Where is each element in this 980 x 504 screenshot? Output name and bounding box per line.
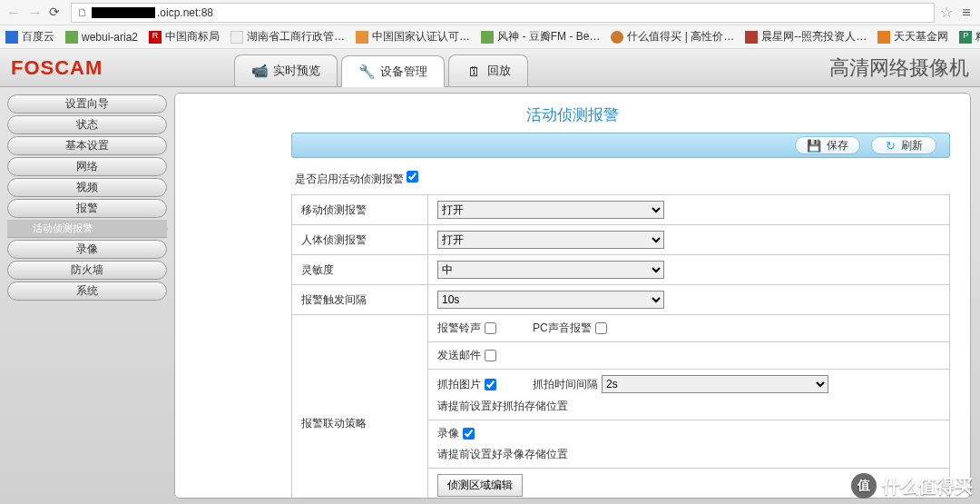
sidebar-item-status[interactable]: 状态 — [7, 115, 167, 134]
bookmark-star-icon[interactable]: ☆ — [940, 4, 953, 21]
main-tabs: 📹实时预览 🔧设备管理 🗓回放 — [234, 49, 532, 86]
bookmark-item[interactable]: 中国国家认证认可… — [356, 29, 470, 44]
bookmark-item[interactable]: 百度云 — [5, 29, 54, 44]
watermark-badge-icon: 值 — [851, 473, 877, 499]
watermark: 值 什么值得买 — [851, 473, 973, 499]
logo: FOSCAM — [11, 56, 103, 80]
bookmark-bar: 百度云 webui-aria2 R中国商标局 湖南省工商行政管… 中国国家认证认… — [0, 25, 980, 49]
email-option[interactable]: 发送邮件 — [437, 348, 940, 363]
sidebar-item-basic[interactable]: 基本设置 — [7, 136, 167, 155]
settings-table: 移动侦测报警 打开 人体侦测报警 打开 灵敏度 中 报警触发间隔 10s 报警联… — [291, 194, 950, 499]
content-panel: 活动侦测报警 💾保存 ↻刷新 是否启用活动侦测报警 移动侦测报警 打开 人体侦测… — [174, 93, 971, 499]
menu-icon[interactable]: ≡ — [958, 5, 975, 21]
sidebar-item-network[interactable]: 网络 — [7, 157, 167, 176]
linkage-label: 报警联动策略 — [292, 315, 428, 499]
url-text: .oicp.net:88 — [157, 6, 213, 19]
human-label: 人体侦测报警 — [292, 225, 428, 255]
ring-checkbox[interactable] — [485, 322, 496, 334]
sidebar-item-system[interactable]: 系统 — [7, 282, 167, 301]
sidebar-item-record[interactable]: 录像 — [7, 240, 167, 259]
forward-button[interactable]: → — [27, 5, 44, 21]
refresh-icon: ↻ — [886, 139, 896, 153]
region-edit-button[interactable]: 侦测区域编辑 — [437, 474, 523, 497]
sidebar-item-firewall[interactable]: 防火墙 — [7, 261, 167, 280]
enable-label: 是否启用活动侦测报警 — [295, 173, 404, 185]
snap-interval-select[interactable]: 2s — [602, 375, 828, 393]
bookmark-item[interactable]: 湖南省工商行政管… — [230, 29, 345, 44]
camera-icon: 📹 — [251, 63, 268, 79]
action-bar: 💾保存 ↻刷新 — [291, 133, 950, 158]
bookmark-item[interactable]: 风神 - 豆瓣FM - Be… — [481, 29, 600, 44]
pcsound-checkbox[interactable] — [595, 322, 607, 334]
snap-interval: 抓拍时间间隔 2s — [533, 375, 828, 393]
bookmark-item[interactable]: webui-aria2 — [65, 31, 138, 44]
form-area: 是否启用活动侦测报警 移动侦测报警 打开 人体侦测报警 打开 灵敏度 中 报警触… — [291, 163, 950, 499]
refresh-button[interactable]: ↻刷新 — [871, 136, 936, 154]
email-checkbox[interactable] — [485, 350, 496, 361]
record-option[interactable]: 录像 — [437, 426, 940, 441]
tab-playback[interactable]: 🗓回放 — [448, 54, 528, 86]
calendar-icon: 🗓 — [466, 63, 482, 79]
bookmark-item[interactable]: R中国商标局 — [149, 29, 220, 44]
interval-select[interactable]: 10s — [437, 291, 664, 309]
url-redacted — [92, 7, 155, 18]
tab-device-manage[interactable]: 🔧设备管理 — [341, 55, 445, 87]
bookmark-item[interactable]: 晨星网--照亮投资人… — [745, 29, 867, 44]
snap-checkbox[interactable] — [485, 379, 496, 390]
app-header: FOSCAM 📹实时预览 🔧设备管理 🗓回放 高清网络摄像机 — [0, 49, 980, 87]
reload-button[interactable]: ⟳ — [49, 5, 65, 21]
record-hint: 请提前设置好录像存储位置 — [437, 447, 940, 462]
enable-checkbox[interactable] — [407, 171, 418, 183]
bookmark-item[interactable]: P精品绿色便携软件 — [959, 29, 980, 44]
motion-select[interactable]: 打开 — [437, 201, 664, 219]
content-title: 活动侦测报警 — [175, 94, 970, 133]
watermark-text: 什么值得买 — [882, 474, 973, 499]
browser-toolbar: ← → ⟳ 🗋 .oicp.net:88 ☆ ≡ — [0, 0, 980, 25]
gear-icon: 🔧 — [358, 64, 375, 80]
snap-option[interactable]: 抓拍图片 — [437, 377, 496, 392]
header-title: 高清网络摄像机 — [829, 54, 969, 82]
sidebar-item-video[interactable]: 视频 — [7, 178, 167, 197]
enable-row: 是否启用活动侦测报警 — [291, 163, 950, 194]
snap-hint: 请提前设置好抓拍存储位置 — [437, 399, 940, 414]
sensitivity-select[interactable]: 中 — [437, 261, 664, 279]
url-bar[interactable]: 🗋 .oicp.net:88 — [71, 3, 935, 23]
motion-label: 移动侦测报警 — [292, 195, 428, 225]
bookmark-item[interactable]: 什么值得买 | 高性价… — [611, 29, 734, 44]
sensitivity-label: 灵敏度 — [292, 255, 428, 285]
main-area: 设置向导 状态 基本设置 网络 视频 报警 活动侦测报警 录像 防火墙 系统 活… — [0, 87, 980, 504]
tab-preview[interactable]: 📹实时预览 — [234, 54, 338, 86]
back-button[interactable]: ← — [5, 5, 22, 21]
ring-option[interactable]: 报警铃声 — [437, 321, 496, 336]
sidebar-item-alarm[interactable]: 报警 — [7, 199, 167, 218]
record-checkbox[interactable] — [463, 428, 475, 440]
pcsound-option[interactable]: PC声音报警 — [533, 321, 607, 336]
save-button[interactable]: 💾保存 — [795, 136, 860, 154]
save-icon: 💾 — [807, 139, 821, 153]
interval-label: 报警触发间隔 — [292, 285, 428, 315]
human-select[interactable]: 打开 — [437, 231, 664, 249]
sidebar-sub-motion-alarm[interactable]: 活动侦测报警 — [7, 220, 167, 238]
sidebar-item-wizard[interactable]: 设置向导 — [7, 94, 167, 114]
sidebar: 设置向导 状态 基本设置 网络 视频 报警 活动侦测报警 录像 防火墙 系统 — [0, 87, 174, 504]
bookmark-item[interactable]: 天天基金网 — [877, 29, 948, 44]
